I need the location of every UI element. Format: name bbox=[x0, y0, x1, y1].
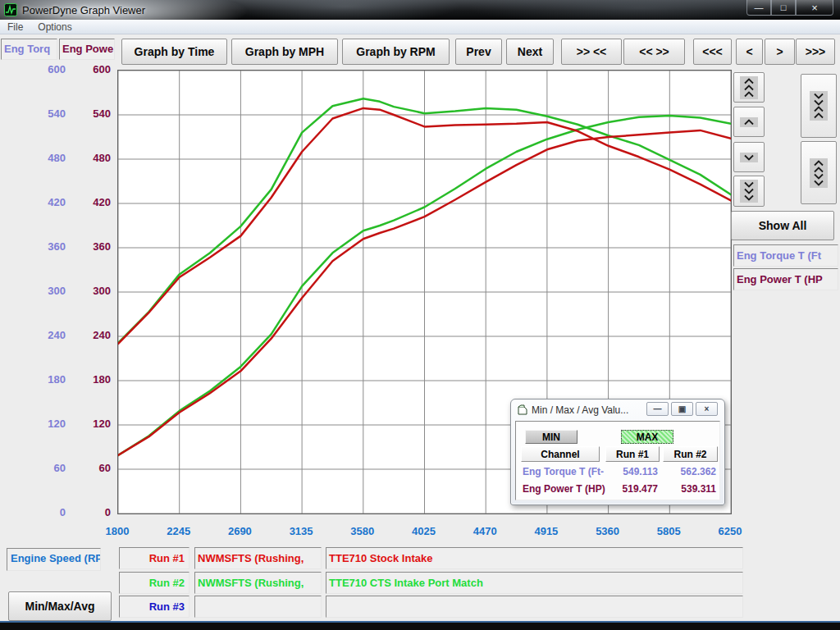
minimize-button[interactable]: — bbox=[746, 0, 771, 16]
chevron-down-icon bbox=[812, 173, 825, 180]
chevron-down-icon bbox=[742, 188, 756, 194]
y-tick-power-60: 60 bbox=[62, 462, 111, 474]
x-tick-5805: 5805 bbox=[640, 525, 697, 537]
pan-up-fast-button-glyphs bbox=[740, 76, 758, 99]
zoom-in-y-button-glyphs bbox=[810, 91, 828, 121]
minmax-col-channel[interactable]: Channel bbox=[521, 446, 600, 462]
minmax-window: Min / Max / Avg Valu... — ▣ × MIN MAX Ch… bbox=[510, 399, 725, 505]
graph-by-mph-button[interactable]: Graph by MPH bbox=[231, 39, 338, 65]
x-tick-1800: 1800 bbox=[89, 525, 146, 537]
app-window: PowerDyne Graph Viewer — □ × FileOptions… bbox=[0, 0, 840, 630]
minmax-row-run2-value: 539.311 bbox=[663, 483, 716, 495]
minmax-col-run2[interactable]: Run #2 bbox=[663, 446, 718, 462]
chevron-up-icon bbox=[812, 112, 825, 119]
menu-bar: FileOptions bbox=[0, 20, 840, 34]
menu-item-options[interactable]: Options bbox=[30, 20, 79, 34]
run-label-2: Run #2 bbox=[119, 572, 189, 594]
y-tick-torque-600: 600 bbox=[16, 63, 66, 75]
minmax-minimize-button[interactable]: — bbox=[646, 402, 669, 416]
x-tick-4470: 4470 bbox=[456, 525, 514, 537]
run-desc-3 bbox=[326, 596, 743, 618]
close-button[interactable]: × bbox=[796, 0, 833, 16]
y-tick-power-0: 0 bbox=[62, 506, 111, 518]
chevron-up-icon bbox=[742, 78, 756, 84]
zoom-out-x-button[interactable]: << >> bbox=[623, 39, 685, 65]
zoom-out-y-button[interactable] bbox=[801, 141, 837, 204]
x-tick-2690: 2690 bbox=[211, 525, 268, 537]
minmax-row-channel: Eng Torque T (Ft- bbox=[523, 466, 604, 477]
minmax-window-icon bbox=[517, 404, 528, 415]
run-file-1: NWMSFTS (Rushing, bbox=[194, 547, 322, 569]
zoom-in-x-button[interactable]: >> << bbox=[561, 39, 622, 65]
pan-up-button-glyphs bbox=[740, 117, 758, 127]
y-tick-torque-0: 0 bbox=[16, 506, 66, 518]
zoom-in-y-button[interactable] bbox=[801, 74, 837, 138]
prev-button[interactable]: Prev bbox=[455, 39, 502, 65]
x-tick-5360: 5360 bbox=[579, 525, 637, 537]
maximize-button[interactable]: □ bbox=[771, 0, 796, 16]
app-icon bbox=[4, 3, 17, 16]
y-tick-power-180: 180 bbox=[62, 373, 111, 386]
scroll-left-fast-button[interactable]: <<< bbox=[693, 39, 732, 65]
minmaxavg-button[interactable]: Min/Max/Avg bbox=[8, 591, 112, 621]
pan-up-button[interactable] bbox=[733, 107, 765, 137]
minmax-body: MIN MAX Channel Run #1 Run #2 Eng Torque… bbox=[515, 421, 720, 500]
minmax-row-channel: Eng Power T (HP) bbox=[523, 483, 605, 495]
x-tick-6250: 6250 bbox=[701, 525, 759, 537]
x-axis-channel-box: Engine Speed (RP bbox=[7, 548, 101, 571]
scroll-right-button[interactable]: > bbox=[765, 39, 795, 65]
x-tick-3580: 3580 bbox=[334, 525, 391, 537]
minmax-row-run1-value: 549.113 bbox=[605, 466, 658, 477]
y-tick-torque-300: 300 bbox=[16, 285, 66, 297]
y-tick-torque-480: 480 bbox=[16, 152, 66, 164]
torque-channel-button[interactable]: Eng Torq bbox=[1, 39, 57, 60]
minmax-close-button[interactable]: × bbox=[696, 402, 718, 416]
show-all-button[interactable]: Show All bbox=[731, 211, 834, 240]
y-tick-torque-540: 540 bbox=[16, 107, 66, 120]
torque-channel-box[interactable]: Eng Torque T (Ft bbox=[733, 244, 838, 267]
pan-down-fast-button[interactable] bbox=[733, 176, 765, 207]
run-desc-2: TTE710 CTS Intake Port Match bbox=[326, 572, 743, 594]
y-tick-power-240: 240 bbox=[62, 329, 111, 341]
zoom-out-y-button-glyphs bbox=[810, 158, 828, 188]
power-channel-button[interactable]: Eng Powe bbox=[59, 39, 115, 60]
chevron-down-icon bbox=[742, 154, 756, 161]
pan-down-fast-button-glyphs bbox=[740, 180, 758, 203]
scroll-right-fast-button[interactable]: >>> bbox=[796, 39, 835, 65]
y-tick-power-120: 120 bbox=[62, 418, 111, 430]
chevron-up-icon bbox=[742, 84, 756, 91]
chevron-down-icon bbox=[812, 93, 825, 99]
y-tick-torque-120: 120 bbox=[16, 418, 66, 430]
run-label-1: Run #1 bbox=[119, 547, 189, 569]
next-button[interactable]: Next bbox=[506, 39, 554, 65]
pan-up-fast-button[interactable] bbox=[733, 72, 765, 103]
chevron-down-icon bbox=[742, 194, 756, 201]
y-tick-power-300: 300 bbox=[62, 285, 111, 297]
chevron-up-icon bbox=[812, 160, 825, 167]
graph-by-rpm-button[interactable]: Graph by RPM bbox=[342, 39, 450, 65]
chevron-up-icon bbox=[812, 106, 825, 112]
min-toggle-button[interactable]: MIN bbox=[525, 430, 578, 444]
chevron-down-icon bbox=[742, 181, 756, 188]
y-tick-torque-420: 420 bbox=[16, 196, 66, 208]
x-tick-2245: 2245 bbox=[150, 525, 208, 537]
title-bar: PowerDyne Graph Viewer — □ × bbox=[0, 0, 840, 20]
chevron-up-icon bbox=[812, 167, 825, 173]
graph-by-time-button[interactable]: Graph by Time bbox=[121, 39, 227, 65]
scroll-left-button[interactable]: < bbox=[736, 39, 763, 65]
minmax-col-run1[interactable]: Run #1 bbox=[605, 446, 660, 462]
chevron-down-icon bbox=[812, 180, 825, 186]
minmax-title-bar: Min / Max / Avg Valu... — ▣ × bbox=[511, 399, 724, 420]
minmax-restore-button[interactable]: ▣ bbox=[671, 402, 693, 416]
menu-item-file[interactable]: File bbox=[0, 20, 30, 34]
window-title: PowerDyne Graph Viewer bbox=[22, 4, 145, 16]
chevron-up-icon bbox=[742, 91, 756, 98]
y-tick-power-360: 360 bbox=[62, 240, 111, 253]
pan-down-button[interactable] bbox=[733, 142, 765, 172]
minmax-window-title: Min / Max / Avg Valu... bbox=[532, 404, 628, 416]
max-toggle-button[interactable]: MAX bbox=[621, 430, 673, 444]
chevron-up-icon bbox=[742, 119, 756, 126]
x-tick-4025: 4025 bbox=[395, 525, 453, 537]
power-channel-box[interactable]: Eng Power T (HP bbox=[733, 268, 838, 290]
y-tick-power-420: 420 bbox=[62, 196, 111, 208]
